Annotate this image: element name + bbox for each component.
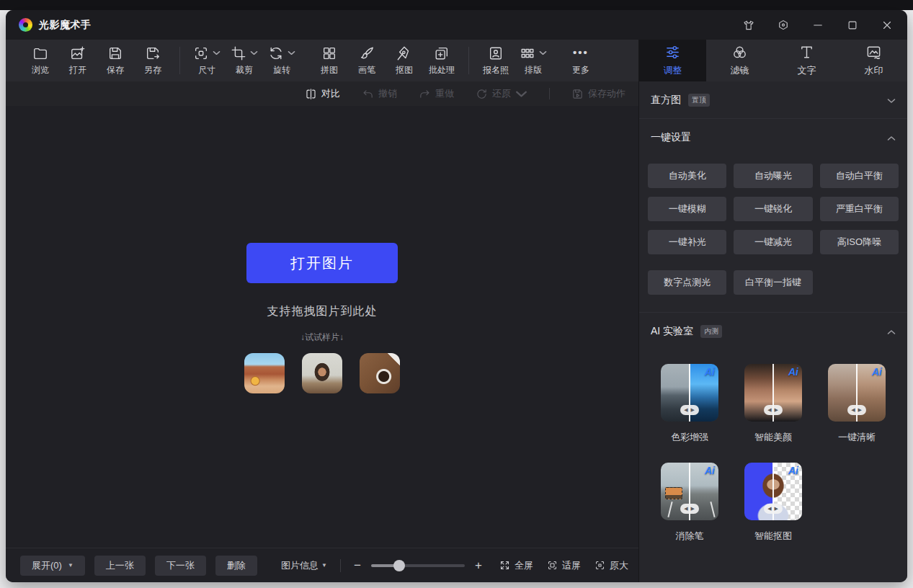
tab-filters[interactable]: 滤镜 <box>706 40 773 81</box>
compare-slider-handle[interactable]: ◀ ▶ <box>764 504 783 514</box>
image-drop-canvas[interactable]: 打开图片 支持拖拽图片到此处 ↓试试样片↓ <box>6 106 638 548</box>
delete-image-button[interactable]: 删除 <box>215 556 257 576</box>
tab-watermark[interactable]: 水印 <box>840 40 907 81</box>
prev-image-button[interactable]: 上一张 <box>94 556 146 576</box>
chevron-up-icon[interactable] <box>887 132 896 143</box>
oneclick-button[interactable]: 数字点测光 <box>648 270 726 295</box>
fullscreen-button[interactable]: 全屏 <box>499 559 533 572</box>
toolbar-label: 旋转 <box>273 64 290 76</box>
zoom-out-button[interactable]: − <box>352 558 362 573</box>
fit-screen-button[interactable]: 适屏 <box>547 559 581 572</box>
sliders-icon <box>664 44 681 61</box>
ai-badge: Ai <box>788 366 798 378</box>
oneclick-button[interactable]: 一键锐化 <box>734 197 812 221</box>
id-photo-button[interactable]: 报名照 <box>477 45 515 76</box>
chevron-down-icon[interactable] <box>887 94 896 106</box>
compare-slider-handle[interactable]: ◀ ▶ <box>680 504 699 514</box>
oneclick-button[interactable]: 自动美化 <box>648 164 726 188</box>
save-button[interactable]: 保存 <box>97 45 134 76</box>
drag-hint-text: 支持拖拽图片到此处 <box>267 304 378 319</box>
save-action-icon <box>571 88 584 100</box>
ai-thumb-clarity[interactable]: ◀ ▶ Ai <box>828 364 886 422</box>
oneclick-button[interactable]: 自动曝光 <box>734 164 812 188</box>
oneclick-button[interactable]: 一键模糊 <box>648 197 726 221</box>
oneclick-button[interactable]: 高ISO降噪 <box>820 230 899 254</box>
ai-item-one-click-clarity[interactable]: ◀ ▶ Ai 一键清晰 <box>828 364 886 444</box>
zoom-slider[interactable] <box>371 564 465 567</box>
close-button[interactable] <box>880 18 894 32</box>
sample-image-portrait[interactable] <box>302 353 342 393</box>
compare-slider-handle[interactable]: ◀ ▶ <box>680 405 699 415</box>
histogram-section-header[interactable]: 直方图 置顶 <box>639 81 907 119</box>
next-label: 下一张 <box>166 559 195 572</box>
save-action-button[interactable]: 保存动作 <box>571 87 625 100</box>
ai-thumb-color-enhance[interactable]: ◀ ▶ Ai <box>661 364 718 422</box>
sample-image-canyon[interactable] <box>244 353 285 393</box>
minimize-button[interactable] <box>811 18 825 32</box>
toolbar-separator <box>179 47 180 74</box>
tab-adjust[interactable]: 调整 <box>639 40 706 81</box>
chevron-down-icon[interactable] <box>288 50 295 55</box>
chevron-down-icon[interactable] <box>539 50 547 55</box>
oneclick-button[interactable]: 一键补光 <box>648 230 726 254</box>
resize-frame-icon <box>193 45 209 61</box>
ai-thumb-smart-beauty[interactable]: ◀ ▶ Ai <box>744 364 802 422</box>
sample-image-desk[interactable] <box>360 353 400 393</box>
expand-filmstrip-button[interactable]: 展开(0) ▼ <box>20 556 85 576</box>
batch-button[interactable]: 批处理 <box>423 45 460 76</box>
maximize-button[interactable] <box>845 18 860 32</box>
more-button[interactable]: ••• 更多 <box>562 45 600 76</box>
oneclick-button[interactable]: 严重白平衡 <box>820 197 899 221</box>
layout-button[interactable]: 排版 <box>515 45 552 76</box>
zoom-in-button[interactable]: + <box>473 558 484 573</box>
ai-item-eraser[interactable]: ◀ ▶ Ai 消除笔 <box>661 463 718 543</box>
compare-slider-handle[interactable]: ◀ ▶ <box>764 405 783 415</box>
ai-item-smart-cutout[interactable]: ◀ ▶ Ai 智能抠图 <box>744 463 802 543</box>
ai-lab-section-header[interactable]: AI 实验室 内测 <box>639 312 907 349</box>
brush-button[interactable]: 画笔 <box>348 45 386 76</box>
settings-gear-icon[interactable] <box>776 18 790 32</box>
compare-button[interactable]: 对比 <box>305 87 340 100</box>
undo-button[interactable]: 撤销 <box>362 87 397 100</box>
oneclick-button-grid: 自动美化 自动曝光 自动白平衡 一键模糊 一键锐化 严重白平衡 一键补光 一键减… <box>639 156 907 254</box>
chevron-down-icon[interactable] <box>515 88 527 100</box>
ai-item-smart-beauty[interactable]: ◀ ▶ Ai 智能美颜 <box>744 364 802 444</box>
undo-label: 撤销 <box>378 87 397 100</box>
collage-button[interactable]: 拼图 <box>311 45 348 76</box>
oneclick-button[interactable]: 一键减光 <box>734 230 812 254</box>
ai-badge: Ai <box>788 465 798 476</box>
chevron-down-icon[interactable] <box>250 50 258 55</box>
resize-button[interactable]: 尺寸 <box>188 45 226 76</box>
triangle-down-icon: ▼ <box>321 562 327 569</box>
oneclick-section-header[interactable]: 一键设置 <box>639 119 907 156</box>
toolbar-label: 另存 <box>144 64 161 76</box>
compare-slider-handle[interactable]: ◀ ▶ <box>847 405 866 415</box>
tab-label: 调整 <box>664 64 682 77</box>
toolbar-label: 保存 <box>107 64 124 76</box>
oneclick-button[interactable]: 白平衡一指键 <box>734 270 812 295</box>
ai-item-color-enhance[interactable]: ◀ ▶ Ai 色彩增强 <box>661 364 718 444</box>
main-toolbar: 浏览 打开 保存 另存 <box>6 40 638 81</box>
save-as-button[interactable]: 另存 <box>134 45 172 76</box>
chevron-down-icon[interactable] <box>213 50 221 55</box>
chevron-up-icon[interactable] <box>887 326 896 337</box>
restore-button[interactable]: 还原 <box>476 87 527 100</box>
redo-button[interactable]: 重做 <box>419 87 454 100</box>
oneclick-button[interactable]: 自动白平衡 <box>820 164 899 188</box>
skin-tshirt-icon[interactable] <box>741 18 756 32</box>
open-button[interactable]: 打开 <box>59 45 97 76</box>
tab-text[interactable]: 文字 <box>773 40 840 81</box>
crop-button[interactable]: 裁剪 <box>226 45 263 76</box>
image-info-dropdown[interactable]: 图片信息 ▼ <box>281 559 327 572</box>
actual-size-button[interactable]: 原大 <box>594 559 628 572</box>
next-image-button[interactable]: 下一张 <box>155 556 206 576</box>
ai-badge: Ai <box>705 465 715 476</box>
open-image-button[interactable]: 打开图片 <box>246 243 398 283</box>
zoom-control: − + <box>352 558 484 573</box>
ai-thumb-smart-cutout[interactable]: ◀ ▶ Ai <box>744 463 802 520</box>
rotate-button[interactable]: 旋转 <box>263 45 300 76</box>
browse-button[interactable]: 浏览 <box>22 45 59 76</box>
cutout-button[interactable]: 抠图 <box>386 45 423 76</box>
zoom-slider-handle[interactable] <box>393 560 405 571</box>
ai-thumb-eraser[interactable]: ◀ ▶ Ai <box>661 463 718 520</box>
